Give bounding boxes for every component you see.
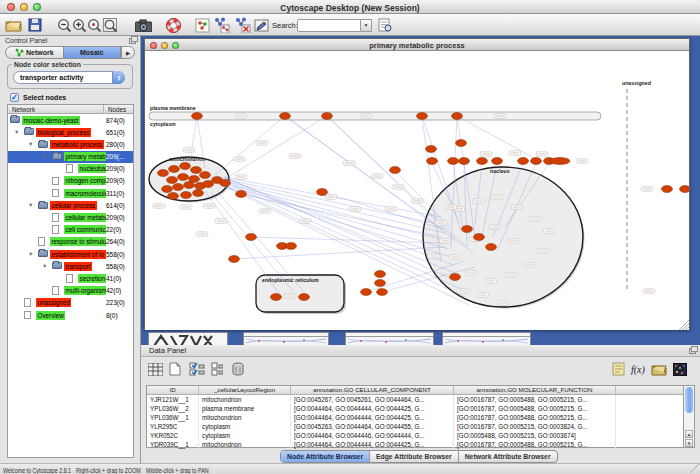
tree-row[interactable]: ▼cellular process614(0)	[8, 199, 133, 211]
tree-row[interactable]: multi-organism pro42(0)	[8, 285, 133, 297]
graph-node[interactable]	[390, 167, 401, 174]
graph-node[interactable]	[452, 113, 463, 120]
graph-node[interactable]	[192, 113, 203, 120]
graph-node[interactable]	[280, 113, 291, 120]
network-window-titlebar[interactable]: primary metabolic process	[145, 39, 689, 51]
tree-row[interactable]: ▼biological_process651(0)	[8, 126, 133, 138]
column-header-cellular-component[interactable]: annotation.GO CELLULAR_COMPONENT	[291, 386, 454, 394]
background-network-window[interactable]	[243, 332, 329, 345]
graph-node[interactable]	[169, 166, 180, 173]
expand-arrow-icon[interactable]: ▼	[28, 141, 33, 147]
expand-arrow-icon[interactable]: ▼	[28, 251, 33, 257]
graph-node[interactable]	[662, 186, 673, 193]
node-color-combobox[interactable]: transporter activity ▲▼	[13, 71, 125, 84]
table-row[interactable]: YLR295Ccytoplasm[GO:0045263, GO:0044464,…	[147, 422, 683, 431]
expand-arrow-icon[interactable]: ▼	[14, 129, 19, 135]
graph-node[interactable]	[200, 172, 211, 179]
graph-node[interactable]	[427, 158, 438, 165]
tab-network[interactable]: Network	[6, 47, 63, 58]
tab-mosaic[interactable]: Mosaic	[63, 47, 122, 58]
attribute-table-icon[interactable]	[146, 360, 164, 378]
float-data-panel-icon[interactable]	[689, 348, 696, 354]
graph-node[interactable]	[246, 234, 257, 241]
background-network-window[interactable]	[442, 332, 531, 345]
unselect-attributes-icon[interactable]	[208, 360, 226, 378]
graph-node[interactable]	[193, 190, 204, 197]
network-canvas[interactable]: plasma membranecytoplasmmitochondrionnuc…	[145, 51, 689, 330]
graph-node[interactable]	[450, 274, 461, 281]
search-options-icon[interactable]	[376, 16, 394, 34]
destroy-network-view-icon[interactable]	[233, 16, 251, 34]
table-row[interactable]: YJR121W__1mitochondrion[GO:0045267, GO:0…	[147, 395, 683, 404]
tab-network-attribute-browser[interactable]: Network Attribute Browser	[459, 451, 557, 462]
graph-node[interactable]	[518, 158, 529, 165]
table-row[interactable]: YDR039C__1mitochondrion[GO:0044464, GO:0…	[147, 440, 683, 449]
graph-node[interactable]	[456, 140, 467, 147]
graph-node[interactable]	[474, 234, 485, 241]
scrollbar-thumb[interactable]	[685, 387, 693, 413]
graph-node[interactable]	[477, 158, 488, 165]
help-icon[interactable]	[164, 16, 182, 34]
graph-node[interactable]	[162, 186, 173, 193]
graph-node[interactable]	[286, 243, 297, 250]
tab-node-attribute-browser[interactable]: Node Attribute Browser	[281, 451, 370, 462]
graph-node[interactable]	[184, 182, 195, 189]
background-network-window[interactable]	[345, 332, 434, 345]
tree-row[interactable]: response to stimulu264(0)	[8, 236, 133, 248]
tree-row[interactable]: unassigned223(0)	[8, 297, 133, 309]
network-overview-icon[interactable]	[193, 16, 211, 34]
new-attribute-icon[interactable]	[166, 360, 184, 378]
graph-node[interactable]	[229, 256, 240, 263]
tree-row[interactable]: ▼metabolic process280(0)	[8, 138, 133, 150]
graph-node[interactable]	[417, 113, 428, 120]
graph-node[interactable]	[492, 158, 503, 165]
background-network-window[interactable]	[148, 332, 228, 345]
attribute-matrix-icon[interactable]	[671, 360, 689, 378]
graph-node[interactable]	[180, 163, 191, 170]
tree-row[interactable]: secretion41(0)	[8, 272, 133, 284]
edge[interactable]	[457, 116, 536, 159]
tree-row[interactable]: nucleobase-209(0)	[8, 163, 133, 175]
graph-node[interactable]	[462, 226, 473, 233]
attribute-notes-icon[interactable]	[609, 360, 627, 378]
graph-node[interactable]	[426, 146, 437, 153]
edge[interactable]	[215, 116, 285, 175]
expand-arrow-icon[interactable]: ▼	[42, 153, 47, 159]
graph-node[interactable]	[178, 174, 189, 181]
tree-row[interactable]: cellular metabol209(0)	[8, 212, 133, 224]
expand-arrow-icon[interactable]: ▼	[42, 263, 47, 269]
tree-row[interactable]: macromolecule311(0)	[8, 187, 133, 199]
graph-node[interactable]	[448, 158, 459, 165]
graph-node[interactable]	[550, 158, 570, 165]
graph-node[interactable]	[322, 113, 333, 120]
graph-node[interactable]	[167, 177, 178, 184]
table-row[interactable]: YPL036W__1mitochondrion[GO:0044464, GO:0…	[147, 413, 683, 422]
tree-row[interactable]: nitrogen compo209(0)	[8, 175, 133, 187]
delete-attribute-icon[interactable]	[229, 360, 247, 378]
tree-row[interactable]: ▼primary metabo209(...	[8, 151, 133, 163]
resize-grip[interactable]	[690, 464, 699, 473]
float-panel-icon[interactable]	[129, 38, 136, 44]
graph-node[interactable]	[375, 271, 386, 278]
graph-node[interactable]	[191, 167, 202, 174]
edge[interactable]	[225, 177, 457, 281]
graph-node[interactable]	[168, 193, 179, 200]
table-scrollbar[interactable]: ▲ ▼	[684, 385, 695, 448]
tree-column-nodes[interactable]: Nodes	[104, 105, 126, 113]
tab-edge-attribute-browser[interactable]: Edge Attribute Browser	[370, 451, 459, 462]
search-dropdown-button[interactable]: ▼	[361, 19, 372, 32]
select-attributes-icon[interactable]	[188, 360, 206, 378]
graph-node[interactable]	[236, 191, 247, 198]
graph-node[interactable]	[173, 184, 184, 191]
import-attributes-icon[interactable]	[650, 360, 668, 378]
column-header-region[interactable]: _cellularLayoutRegion	[199, 386, 291, 394]
graph-node[interactable]	[158, 170, 169, 177]
combobox-stepper-icon[interactable]: ▲▼	[112, 71, 125, 84]
create-network-view-icon[interactable]	[212, 16, 230, 34]
graph-node[interactable]	[680, 186, 690, 193]
column-header-id[interactable]: ID	[147, 386, 199, 394]
tree-row[interactable]: Overview8(0)	[8, 309, 133, 321]
open-file-icon[interactable]	[4, 16, 22, 34]
graph-node[interactable]	[181, 192, 192, 199]
zoom-fit-icon[interactable]	[101, 16, 119, 34]
